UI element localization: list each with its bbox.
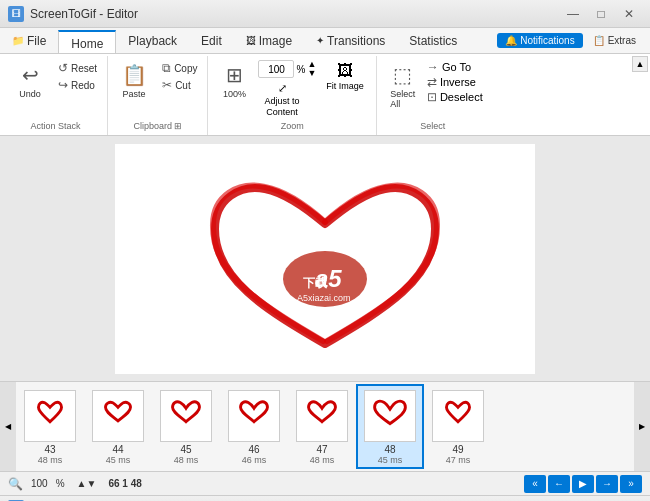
reset-label: Reset [71,63,97,74]
minimize-button[interactable]: — [560,4,586,24]
title-bar: 🎞 ScreenToGif - Editor — □ ✕ [0,0,650,28]
frame-number: 44 [112,444,123,455]
copy-button[interactable]: ⧉ Copy [158,60,201,76]
inverse-icon: ⇄ [427,75,437,89]
extras-button[interactable]: 📋 Extras [587,33,642,48]
goto-icon: → [427,60,439,74]
copy-label: Copy [174,63,197,74]
reset-button[interactable]: ↺ Reset [54,60,101,76]
frame-time: 45 ms [106,455,131,465]
zoom-100-label: 100% [223,89,246,99]
redo-icon: ↪ [58,78,68,92]
tab-home[interactable]: Home [58,30,116,53]
frame-scroll-left-button[interactable]: ◀ [0,382,16,471]
select-stack: → Go To ⇄ Inverse ⊡ Deselect [427,60,483,104]
bottom-minimize-button[interactable]: — [560,498,586,502]
nav-last-button[interactable]: » [620,475,642,493]
canvas-inner: a5 下载 A5xiazai.com [115,144,535,374]
frame-time: 48 ms [38,455,63,465]
inverse-label: Inverse [440,76,476,88]
tab-statistics[interactable]: Statistics [397,28,469,53]
nav-next-button[interactable]: → [596,475,618,493]
tab-playback-label: Playback [128,34,177,48]
zoom-up-icon[interactable]: ▲▼ [307,60,316,78]
clipboard-expand-icon[interactable]: ⊞ [174,121,182,131]
close-button[interactable]: ✕ [616,4,642,24]
copy-icon: ⧉ [162,61,171,75]
tab-file[interactable]: 📁 File [0,28,58,53]
zoom-status-icon: 🔍 [8,477,23,491]
tab-edit[interactable]: Edit [189,28,234,53]
canvas-area: a5 下载 A5xiazai.com [0,136,650,381]
go-to-button[interactable]: → Go To [427,60,483,74]
fit-image-button[interactable]: 🖼 Fit Image [320,60,370,93]
transitions-icon: ✦ [316,35,324,46]
frame-number: 46 [248,444,259,455]
extras-label: Extras [608,35,636,46]
frame-item[interactable]: 4445 ms [84,384,152,469]
nav-play-button[interactable]: ▶ [572,475,594,493]
frame-thumbnail [160,390,212,442]
frame-number: 49 [452,444,463,455]
bottom-title-controls: — □ ✕ [560,498,642,502]
fit-label: Fit Image [326,81,364,91]
tab-image-label: Image [259,34,292,48]
goto-label: Go To [442,61,471,73]
inverse-button[interactable]: ⇄ Inverse [427,75,483,89]
zoom-input[interactable] [258,60,294,78]
undo-button[interactable]: ↩ Undo [10,60,50,102]
frame-thumbnail [432,390,484,442]
frame-item[interactable]: 4646 ms [220,384,288,469]
adjust-to-content-button[interactable]: ⤢ Adjust to Content [258,80,305,119]
notifications-button[interactable]: 🔔 Notifications [497,33,582,48]
deselect-button[interactable]: ⊡ Deselect [427,90,483,104]
tab-edit-label: Edit [201,34,222,48]
frame-time: 47 ms [446,455,471,465]
tab-home-label: Home [71,37,103,51]
tab-file-label: File [27,34,46,48]
frame-time: 45 ms [378,455,403,465]
cut-label: Cut [175,80,191,91]
frame-number: 48 [384,444,395,455]
frame-time: 48 ms [174,455,199,465]
ribbon-collapse-button[interactable]: ▲ [632,56,648,72]
frame-item[interactable]: 4548 ms [152,384,220,469]
action-stack-content: ↩ Undo ↺ Reset ↪ Redo [10,58,101,121]
frame-thumbnail [296,390,348,442]
frame-time: 46 ms [242,455,267,465]
cut-button[interactable]: ✂ Cut [158,77,201,93]
tab-transitions[interactable]: ✦ Transitions [304,28,397,53]
frame-item[interactable]: 4947 ms [424,384,492,469]
paste-button[interactable]: 📋 Paste [114,60,154,102]
action-stack-label: Action Stack [31,121,81,133]
nav-prev-button[interactable]: ← [548,475,570,493]
bottom-title-bar: 🎞 ScreenToGif - Options — □ ✕ [0,495,650,501]
frames-container: 4348 ms4445 ms4548 ms4646 ms4748 ms4845 … [16,382,634,471]
maximize-button[interactable]: □ [588,4,614,24]
tab-statistics-label: Statistics [409,34,457,48]
copy-cut-stack: ⧉ Copy ✂ Cut [158,60,201,93]
frame-thumbnail [92,390,144,442]
frame-scroll-right-button[interactable]: ▶ [634,382,650,471]
zoom-100-icon: ⊞ [226,63,243,87]
app-icon: 🎞 [8,6,24,22]
bottom-maximize-button[interactable]: □ [588,498,614,502]
frame-time: 48 ms [310,455,335,465]
status-divider: ▲▼ [77,478,97,489]
ribbon-group-select: ⬚ SelectAll → Go To ⇄ Inverse ⊡ Deselect [377,56,489,135]
svg-text:A5xiazai.com: A5xiazai.com [297,293,351,303]
frame-strip: ◀ 4348 ms4445 ms4548 ms4646 ms4748 ms484… [0,381,650,471]
tab-image[interactable]: 🖼 Image [234,28,304,53]
redo-button[interactable]: ↪ Redo [54,77,101,93]
status-bar: 🔍 100 % ▲▼ 66 1 48 « ← ▶ → » [0,471,650,495]
frame-item[interactable]: 4348 ms [16,384,84,469]
menu-bar: 📁 File Home Playback Edit 🖼 Image ✦ Tran… [0,28,650,54]
tab-playback[interactable]: Playback [116,28,189,53]
frame-item[interactable]: 4748 ms [288,384,356,469]
nav-first-button[interactable]: « [524,475,546,493]
zoom-100-button[interactable]: ⊞ 100% [214,60,254,102]
bottom-close-button[interactable]: ✕ [616,498,642,502]
select-all-button[interactable]: ⬚ SelectAll [383,60,423,112]
status-coords: 66 1 48 [108,478,141,489]
frame-item[interactable]: 4845 ms [356,384,424,469]
